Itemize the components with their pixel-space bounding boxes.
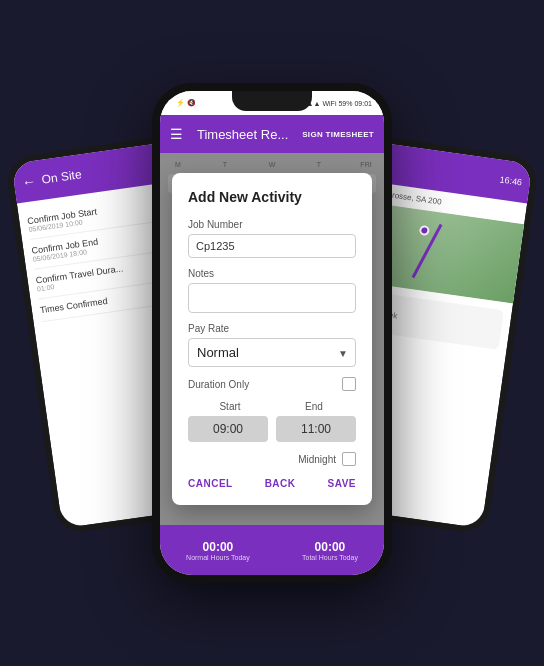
duration-only-label: Duration Only <box>188 379 249 390</box>
time-headers: Start End <box>188 401 356 412</box>
wifi-icon: WiFi <box>322 100 336 107</box>
clock: 09:01 <box>354 100 372 107</box>
time-inputs: 09:00 11:00 <box>188 416 356 442</box>
job-number-label: Job Number <box>188 219 356 230</box>
total-hours-label: Total Hours Today <box>302 554 358 561</box>
notes-label: Notes <box>188 268 356 279</box>
screen-content: M T W T FRI Activity Add New Activity Jo… <box>160 153 384 525</box>
left-status-icons: ⚡ 🔇 <box>176 99 196 107</box>
back-button[interactable]: BACK <box>265 478 296 489</box>
midnight-row: Midnight <box>188 452 356 466</box>
time-section: Start End 09:00 11:00 <box>188 401 356 442</box>
main-phone: ⚡ 🔇 ▲▲▲ WiFi 59% 09:01 ☰ Timesheet Re...… <box>152 83 392 583</box>
add-activity-dialog: Add New Activity Job Number Notes Pay Ra… <box>172 173 372 505</box>
bluetooth-icon: ⚡ <box>176 99 185 107</box>
app-header: ☰ Timesheet Re... SIGN TIMESHEET <box>160 115 384 153</box>
end-label: End <box>279 401 349 412</box>
app-title: Timesheet Re... <box>197 127 288 142</box>
midnight-checkbox[interactable] <box>342 452 356 466</box>
mute-icon: 🔇 <box>187 99 196 107</box>
right-phone-status: 16:46 <box>499 174 523 187</box>
dialog-title: Add New Activity <box>188 189 356 205</box>
total-hours-value: 00:00 <box>302 540 358 554</box>
midnight-label: Midnight <box>298 454 336 465</box>
normal-hours-label: Normal Hours Today <box>186 554 250 561</box>
end-time-button[interactable]: 11:00 <box>276 416 356 442</box>
notes-input[interactable] <box>188 283 356 313</box>
bottom-bar: 00:00 Normal Hours Today 00:00 Total Hou… <box>160 525 384 575</box>
phone-notch <box>232 91 312 111</box>
pay-rate-select-wrapper[interactable]: Normal Overtime Double Time ▼ <box>188 338 356 367</box>
total-hours-stat: 00:00 Total Hours Today <box>302 540 358 561</box>
menu-icon[interactable]: ☰ <box>170 126 183 142</box>
pay-rate-label: Pay Rate <box>188 323 356 334</box>
save-button[interactable]: SAVE <box>328 478 357 489</box>
duration-only-checkbox[interactable] <box>342 377 356 391</box>
battery-percent: 59% <box>338 100 352 107</box>
normal-hours-value: 00:00 <box>186 540 250 554</box>
start-time-button[interactable]: 09:00 <box>188 416 268 442</box>
left-phone-header-title: On Site <box>41 167 83 186</box>
pay-rate-section: Pay Rate Normal Overtime Double Time ▼ <box>188 323 356 367</box>
cancel-button[interactable]: CANCEL <box>188 478 233 489</box>
duration-only-row: Duration Only <box>188 377 356 391</box>
back-arrow-icon: ← <box>21 173 37 191</box>
normal-hours-stat: 00:00 Normal Hours Today <box>186 540 250 561</box>
pay-rate-select[interactable]: Normal Overtime Double Time <box>188 338 356 367</box>
dialog-actions: CANCEL BACK SAVE <box>188 478 356 489</box>
job-number-input[interactable] <box>188 234 356 258</box>
start-label: Start <box>195 401 265 412</box>
sign-timesheet-button[interactable]: SIGN TIMESHEET <box>302 130 374 139</box>
dialog-overlay: Add New Activity Job Number Notes Pay Ra… <box>160 153 384 525</box>
